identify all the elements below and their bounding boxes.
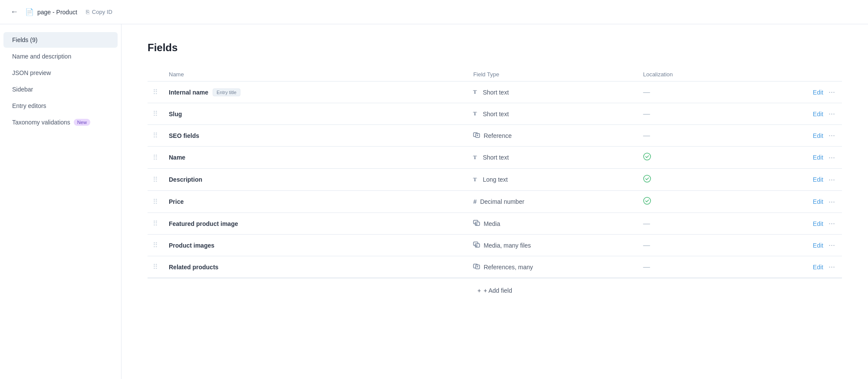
localization-check (643, 176, 651, 184)
drag-cell: ⠿ (148, 125, 164, 147)
type-label: Short text (483, 89, 509, 96)
drag-handle[interactable]: ⠿ (153, 132, 158, 139)
drag-handle[interactable]: ⠿ (153, 154, 158, 161)
table-row: ⠿ SEO fields Reference — Edit ··· (148, 125, 842, 147)
localization-cell: — (638, 256, 740, 278)
fields-table: Name Field Type Localization ⠿ Internal … (148, 68, 842, 278)
sidebar-item-fields[interactable]: Fields (9) (3, 32, 118, 48)
copy-id-button[interactable]: ⎘ Copy ID (82, 7, 116, 17)
type-cell: T Short text (468, 103, 638, 125)
type-icon: # (473, 198, 477, 205)
edit-button[interactable]: Edit (813, 154, 823, 161)
sidebar-item-taxonomy[interactable]: Taxonomy validations New (3, 114, 118, 130)
edit-button[interactable]: Edit (813, 176, 823, 183)
action-cell: Edit ··· (740, 191, 842, 213)
sidebar-item-json-preview[interactable]: JSON preview (3, 65, 118, 81)
more-options-button[interactable]: ··· (827, 262, 837, 271)
drag-handle[interactable]: ⠿ (153, 176, 158, 183)
drag-cell: ⠿ (148, 191, 164, 213)
add-field-button[interactable]: + + Add field (477, 287, 512, 294)
edit-button[interactable]: Edit (813, 132, 823, 139)
edit-button[interactable]: Edit (813, 242, 823, 249)
action-cell: Edit ··· (740, 169, 842, 191)
fields-heading: Fields (148, 42, 842, 54)
sidebar-item-sidebar[interactable]: Sidebar (3, 82, 118, 97)
svg-text:T: T (473, 154, 477, 160)
new-badge: New (74, 119, 90, 126)
table-row: ⠿ Related products References, many — Ed… (148, 256, 842, 278)
more-options-button[interactable]: ··· (827, 131, 837, 140)
drag-handle[interactable]: ⠿ (153, 220, 158, 227)
drag-handle[interactable]: ⠿ (153, 110, 158, 118)
drag-cell: ⠿ (148, 256, 164, 278)
field-name-text: Featured product image (169, 220, 238, 227)
localization-cell: — (638, 235, 740, 256)
edit-button[interactable]: Edit (813, 264, 823, 271)
svg-point-7 (644, 153, 651, 160)
drag-handle[interactable]: ⠿ (153, 263, 158, 271)
type-label: Media, many files (483, 242, 531, 249)
drag-cell: ⠿ (148, 103, 164, 125)
table-row: ⠿ Description T Long text Edit · (148, 169, 842, 191)
type-icon: T (473, 176, 479, 183)
add-field-row: + + Add field (148, 278, 842, 303)
drag-handle[interactable]: ⠿ (153, 88, 158, 96)
type-cell: T Short text (468, 147, 638, 169)
svg-point-9 (644, 175, 651, 182)
more-options-button[interactable]: ··· (827, 88, 837, 97)
type-label: Media (483, 220, 500, 227)
drag-cell: ⠿ (148, 82, 164, 103)
field-name-text: Product images (169, 242, 214, 249)
type-cell: References, many (468, 256, 638, 278)
name-cell: Name (164, 147, 468, 169)
edit-button[interactable]: Edit (813, 111, 823, 118)
field-name-text: Internal name (169, 89, 208, 96)
type-cell: T Long text (468, 169, 638, 191)
more-options-button[interactable]: ··· (827, 219, 837, 228)
action-cell: Edit ··· (740, 256, 842, 278)
table-row: ⠿ Product images Media, many files — Edi… (148, 235, 842, 256)
field-name-text: SEO fields (169, 132, 199, 139)
col-name: Name (164, 68, 468, 82)
sidebar-item-name-description[interactable]: Name and description (3, 49, 118, 64)
back-button[interactable]: ← (9, 6, 20, 18)
localization-check (643, 154, 651, 162)
table-row: ⠿ Featured product image Media — Edit (148, 213, 842, 235)
localization-dash: — (643, 132, 650, 139)
localization-cell: — (638, 125, 740, 147)
col-localization: Localization (638, 68, 740, 82)
more-options-button[interactable]: ··· (827, 241, 837, 250)
type-icon (473, 263, 480, 271)
localization-cell: — (638, 213, 740, 235)
field-name-text: Description (169, 176, 202, 183)
more-options-button[interactable]: ··· (827, 109, 837, 118)
name-cell: SEO fields (164, 125, 468, 147)
type-icon (473, 219, 480, 228)
localization-dash: — (643, 88, 650, 96)
more-options-button[interactable]: ··· (827, 175, 837, 184)
svg-text:T: T (473, 88, 477, 95)
edit-button[interactable]: Edit (813, 89, 823, 96)
drag-handle[interactable]: ⠿ (153, 198, 158, 206)
type-cell: # Decimal number (468, 191, 638, 213)
localization-cell (638, 191, 740, 213)
field-name-text: Related products (169, 264, 218, 271)
field-name-text: Price (169, 198, 184, 205)
name-cell: Product images (164, 235, 468, 256)
copy-icon: ⎘ (86, 9, 89, 15)
action-cell: Edit ··· (740, 103, 842, 125)
localization-check (643, 199, 651, 206)
name-cell: Price (164, 191, 468, 213)
more-options-button[interactable]: ··· (827, 197, 837, 206)
edit-button[interactable]: Edit (813, 198, 823, 205)
localization-dash: — (643, 110, 650, 118)
drag-handle[interactable]: ⠿ (153, 242, 158, 249)
main-content: Fields Name Field Type Localization ⠿ In… (122, 24, 868, 379)
more-options-button[interactable]: ··· (827, 153, 837, 162)
svg-point-10 (644, 197, 651, 204)
sidebar-item-entry-editors[interactable]: Entry editors (3, 98, 118, 114)
type-icon: T (473, 110, 479, 118)
edit-button[interactable]: Edit (813, 220, 823, 227)
drag-cell: ⠿ (148, 213, 164, 235)
name-cell: Featured product image (164, 213, 468, 235)
